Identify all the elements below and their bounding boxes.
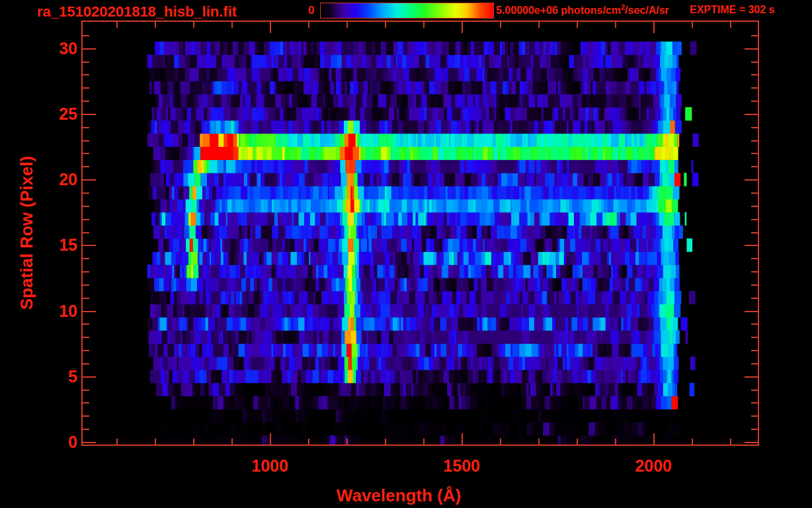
x-tick (155, 22, 156, 28)
y-tick-label: 10 (38, 301, 77, 320)
x-tick (270, 433, 271, 444)
y-tick (83, 114, 96, 115)
x-tick (462, 22, 463, 33)
colorbar-max-label: 5.00000e+06 photons/cm2/sec/A/sr (496, 3, 669, 17)
plot-title: ra_151020201818_hisb_lin.fit (37, 3, 237, 21)
y-tick (83, 35, 89, 36)
colorbar (320, 3, 494, 19)
y-tick (83, 179, 96, 181)
y-tick (83, 153, 89, 154)
x-tick (308, 22, 309, 28)
x-tick-label: 1500 (443, 456, 480, 476)
y-tick (745, 179, 758, 181)
y-tick (83, 258, 89, 259)
plot-window: ra_151020201818_hisb_lin.fit 0 5.00000e+… (0, 0, 812, 508)
y-tick (83, 415, 89, 417)
x-tick (653, 433, 655, 444)
plot-box (81, 21, 759, 446)
y-tick-label: 30 (38, 38, 77, 58)
y-tick (751, 271, 758, 273)
x-tick-label: 2000 (635, 456, 672, 476)
y-tick (83, 363, 89, 364)
y-tick (745, 114, 758, 115)
y-tick (83, 127, 89, 128)
y-tick (83, 245, 96, 246)
y-tick (745, 376, 758, 378)
x-tick (193, 22, 194, 28)
x-tick (615, 439, 616, 444)
x-tick (231, 22, 233, 28)
y-tick (751, 140, 758, 142)
y-tick (83, 206, 89, 207)
y-tick (83, 337, 89, 338)
y-tick (83, 192, 89, 194)
y-tick (751, 87, 758, 89)
colorbar-max-label-suffix: /sec/A/sr (625, 5, 669, 16)
y-tick (751, 390, 758, 391)
x-tick (577, 22, 578, 28)
y-tick (751, 415, 758, 417)
y-tick (751, 337, 758, 338)
y-tick (83, 284, 89, 286)
x-tick (500, 22, 501, 28)
y-tick (751, 127, 758, 128)
x-tick (538, 22, 540, 28)
y-tick-label: 15 (38, 235, 77, 255)
y-tick (751, 101, 758, 102)
y-tick (83, 402, 89, 403)
y-tick (751, 429, 758, 430)
x-tick (231, 439, 233, 444)
y-axis-label: Spatial Row (Pixel) (17, 156, 37, 310)
y-tick (751, 258, 758, 259)
y-tick (751, 298, 758, 299)
y-tick (745, 245, 758, 246)
colorbar-min-label: 0 (308, 4, 314, 17)
colorbar-max-label-prefix: 5.00000e+06 photons/cm (496, 5, 621, 16)
y-tick (751, 153, 758, 154)
y-tick (83, 140, 89, 142)
y-tick (751, 74, 758, 75)
y-tick (83, 232, 89, 233)
y-tick (83, 323, 89, 325)
y-tick (83, 442, 96, 443)
y-tick (751, 62, 758, 63)
x-tick (423, 439, 425, 444)
y-tick-label: 25 (38, 104, 77, 123)
x-tick (423, 22, 425, 28)
x-tick (116, 22, 118, 28)
x-tick (462, 433, 463, 444)
y-tick (83, 429, 89, 430)
x-tick (346, 439, 348, 444)
y-tick (745, 48, 758, 50)
x-tick (385, 439, 386, 444)
y-tick (751, 284, 758, 286)
x-tick (692, 439, 693, 444)
x-tick (270, 22, 271, 33)
y-tick-label: 20 (38, 170, 77, 189)
y-tick (751, 363, 758, 364)
y-tick (83, 48, 96, 50)
x-tick (730, 439, 731, 444)
y-tick (83, 87, 89, 89)
x-tick (155, 439, 156, 444)
y-tick (751, 35, 758, 36)
x-tick (500, 439, 501, 444)
y-tick-label: 0 (38, 433, 77, 452)
y-tick (83, 298, 89, 299)
y-tick (83, 376, 96, 378)
x-tick (308, 439, 309, 444)
x-axis-label: Wavelength (Å) (337, 486, 461, 506)
y-tick (751, 166, 758, 167)
x-tick (193, 439, 194, 444)
x-tick (692, 22, 693, 28)
x-tick-label: 1000 (251, 456, 288, 476)
y-tick (751, 206, 758, 207)
x-tick (615, 22, 616, 28)
y-tick (751, 192, 758, 194)
y-tick (751, 402, 758, 403)
y-tick (83, 166, 89, 167)
y-tick (745, 442, 758, 443)
x-tick (538, 439, 540, 444)
y-tick (83, 62, 89, 63)
y-tick (751, 219, 758, 220)
